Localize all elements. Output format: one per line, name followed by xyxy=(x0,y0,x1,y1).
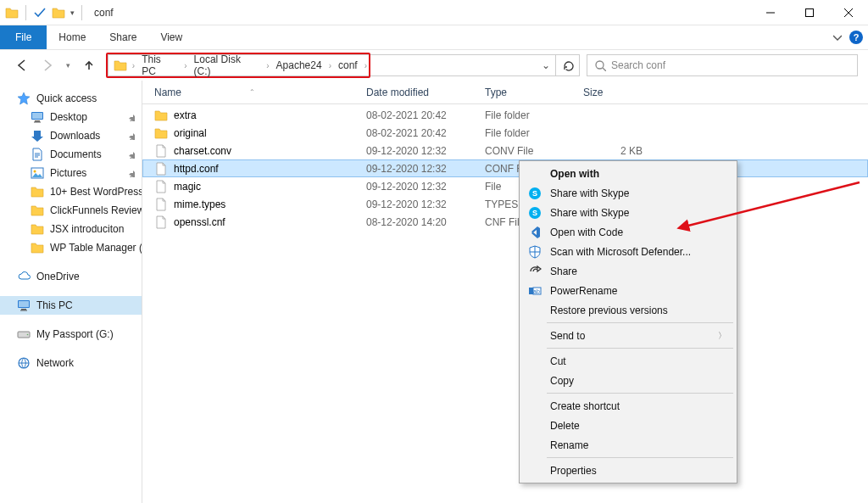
ctx-delete[interactable]: Delete xyxy=(521,416,735,435)
pictures-icon xyxy=(31,166,44,180)
new-folder-icon[interactable] xyxy=(52,6,65,20)
chevron-right-icon[interactable]: › xyxy=(327,61,333,70)
downloads-icon xyxy=(31,129,44,143)
file-list-pane: Name⌃ Date modified Type Size extra08-02… xyxy=(142,81,868,503)
sidebar-item-folder[interactable]: ClickFunnels Review xyxy=(0,201,142,220)
sidebar-onedrive[interactable]: OneDrive xyxy=(0,267,142,286)
address-bar[interactable]: › This PC › Local Disk (C:) › Apache24 ›… xyxy=(108,54,369,76)
address-bar-extra[interactable]: ⌄ xyxy=(370,54,556,76)
ctx-cut[interactable]: Cut xyxy=(521,351,735,371)
ctx-share-skype[interactable]: Share with Skype xyxy=(521,203,735,222)
sidebar-label: Documents xyxy=(50,148,102,160)
nav-up-button[interactable] xyxy=(82,59,96,72)
address-history-dropdown[interactable]: ⌄ xyxy=(537,59,555,71)
ctx-scan-defender[interactable]: Scan with Microsoft Defender... xyxy=(521,242,735,261)
file-type: CONV File xyxy=(485,145,583,157)
search-box[interactable]: Search conf xyxy=(587,54,858,76)
file-icon xyxy=(154,162,168,176)
nav-back-button[interactable] xyxy=(15,59,29,72)
ctx-open-with-code[interactable]: Open with Code xyxy=(521,222,735,242)
sidebar-item-desktop[interactable]: Desktop xyxy=(0,108,142,126)
crumb-apache[interactable]: Apache24 xyxy=(271,55,327,75)
folder-icon xyxy=(31,204,44,217)
column-name[interactable]: Name⌃ xyxy=(149,81,366,103)
navigation-row: ▾ › This PC › Local Disk (C:) › Apache24… xyxy=(0,50,868,81)
file-row[interactable]: charset.conv09-12-2020 12:32CONV File2 K… xyxy=(142,142,868,159)
sidebar-item-pictures[interactable]: Pictures xyxy=(0,164,142,182)
skype-icon xyxy=(528,206,542,220)
pin-icon xyxy=(126,150,135,159)
nav-recent-dropdown[interactable]: ▾ xyxy=(66,61,70,70)
folder-icon xyxy=(5,6,19,20)
ctx-properties[interactable]: Properties xyxy=(521,461,735,480)
sidebar-passport[interactable]: My Passport (G:) xyxy=(0,325,142,344)
sidebar-item-documents[interactable]: Documents xyxy=(0,145,142,164)
sidebar-item-downloads[interactable]: Downloads xyxy=(0,126,142,145)
tab-view[interactable]: View xyxy=(148,25,194,49)
tab-share[interactable]: Share xyxy=(97,25,148,49)
ctx-rename[interactable]: Rename xyxy=(521,435,735,455)
search-placeholder: Search conf xyxy=(611,59,665,71)
tab-file[interactable]: File xyxy=(0,25,47,49)
column-type[interactable]: Type xyxy=(485,81,583,103)
crumb-this-pc[interactable]: This PC xyxy=(136,55,182,75)
file-date: 08-02-2021 20:42 xyxy=(366,109,485,121)
crumb-drive[interactable]: Local Disk (C:) xyxy=(189,55,265,75)
network-icon xyxy=(17,356,31,370)
ctx-create-shortcut[interactable]: Create shortcut xyxy=(521,396,735,416)
file-icon xyxy=(154,180,168,193)
column-date[interactable]: Date modified xyxy=(366,81,485,103)
cloud-icon xyxy=(17,270,31,283)
sidebar-this-pc[interactable]: This PC xyxy=(0,296,142,315)
file-name: magic xyxy=(174,181,201,193)
window-title: conf xyxy=(89,0,751,25)
sidebar-item-folder[interactable]: JSX introduciton xyxy=(0,220,142,238)
nav-forward-button[interactable] xyxy=(41,59,54,72)
crumb-conf[interactable]: conf xyxy=(333,55,363,75)
minimize-button[interactable] xyxy=(751,0,790,25)
file-row[interactable]: openssl.cnf08-12-2020 14:20CNF File xyxy=(142,213,868,231)
sidebar-network[interactable]: Network xyxy=(0,354,142,372)
qat-dropdown-icon[interactable]: ▾ xyxy=(70,8,75,17)
chevron-right-icon[interactable]: › xyxy=(131,61,136,70)
chevron-right-icon[interactable]: › xyxy=(363,61,369,70)
folder-icon xyxy=(31,185,44,198)
chevron-right-icon[interactable]: › xyxy=(182,61,188,70)
file-date: 08-12-2020 14:20 xyxy=(366,216,485,228)
column-size[interactable]: Size xyxy=(583,81,651,103)
chevron-right-icon[interactable]: › xyxy=(264,61,270,70)
ctx-send-to[interactable]: Send to〉 xyxy=(521,326,735,345)
sidebar-item-folder[interactable]: 10+ Best WordPress xyxy=(0,182,142,201)
folder-icon xyxy=(31,222,44,236)
file-date: 09-12-2020 12:32 xyxy=(366,145,485,157)
file-row[interactable]: magic09-12-2020 12:32File xyxy=(142,177,868,195)
context-menu-separator xyxy=(547,457,733,458)
file-row[interactable]: original08-02-2021 20:42File folder xyxy=(142,124,868,142)
pin-icon xyxy=(126,131,135,140)
ctx-open-with[interactable]: Open with xyxy=(521,164,735,183)
maximize-button[interactable] xyxy=(790,0,829,25)
properties-check-icon[interactable] xyxy=(33,6,47,20)
context-menu-separator xyxy=(547,393,733,394)
file-name: original xyxy=(174,127,207,139)
refresh-button[interactable] xyxy=(556,54,580,76)
ctx-copy[interactable]: Copy xyxy=(521,371,735,390)
file-date: 09-12-2020 12:32 xyxy=(366,163,485,175)
help-icon[interactable]: ? xyxy=(849,31,863,44)
chevron-right-icon: 〉 xyxy=(718,330,726,342)
file-row[interactable]: mime.types09-12-2020 12:32TYPES File xyxy=(142,195,868,213)
close-button[interactable] xyxy=(829,0,868,25)
sidebar-label: WP Table Manager ( xyxy=(50,242,142,254)
ctx-powerrename[interactable]: PowerRename xyxy=(521,281,735,300)
ctx-share-skype[interactable]: Share with Skype xyxy=(521,183,735,203)
file-row[interactable]: httpd.conf09-12-2020 12:32CONF File xyxy=(142,159,868,177)
ctx-share[interactable]: Share xyxy=(521,261,735,281)
file-row[interactable]: extra08-02-2021 20:42File folder xyxy=(142,106,868,124)
ctx-restore-previous[interactable]: Restore previous versions xyxy=(521,300,735,320)
file-icon xyxy=(154,144,168,158)
tab-home[interactable]: Home xyxy=(47,25,97,49)
sidebar-quick-access[interactable]: Quick access xyxy=(0,89,142,108)
sidebar-item-folder[interactable]: WP Table Manager ( xyxy=(0,238,142,257)
ribbon-expand-icon[interactable] xyxy=(829,29,846,46)
file-date: 09-12-2020 12:32 xyxy=(366,198,485,210)
